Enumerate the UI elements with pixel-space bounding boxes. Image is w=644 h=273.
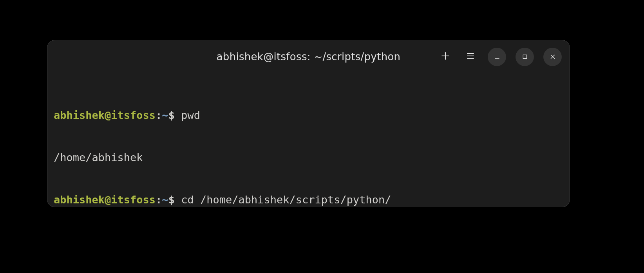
titlebar[interactable]: abhishek@itsfoss: ~/scripts/python: [47, 40, 570, 73]
maximize-button[interactable]: [516, 48, 534, 66]
maximize-icon: [522, 54, 528, 60]
prompt-sep: :: [156, 109, 162, 121]
terminal-line: abhishek@itsfoss:~$ cd /home/abhishek/sc…: [54, 193, 563, 207]
titlebar-controls: [438, 48, 562, 66]
hamburger-icon: [466, 51, 475, 62]
menu-button[interactable]: [463, 49, 478, 65]
new-tab-button[interactable]: [438, 49, 453, 65]
prompt-path: ~: [162, 109, 168, 121]
plus-icon: [440, 51, 450, 63]
close-button[interactable]: [543, 48, 562, 66]
terminal-line: abhishek@itsfoss:~$ pwd: [54, 108, 563, 122]
terminal-window: abhishek@itsfoss: ~/scripts/python: [47, 40, 570, 207]
close-icon: [549, 53, 556, 60]
prompt-path: ~: [162, 194, 168, 206]
prompt-user-host: abhishek@itsfoss: [54, 194, 156, 206]
terminal-line: /home/abhishek: [54, 151, 563, 165]
prompt-user-host: abhishek@itsfoss: [54, 109, 156, 121]
command-text: cd /home/abhishek/scripts/python/: [175, 194, 391, 206]
prompt-sigil: $: [168, 194, 175, 206]
minimize-icon: [493, 53, 501, 61]
prompt-sigil: $: [168, 109, 175, 121]
minimize-button[interactable]: [488, 48, 506, 66]
output-text: /home/abhishek: [54, 151, 143, 163]
prompt-sep: :: [156, 194, 162, 206]
terminal-body[interactable]: abhishek@itsfoss:~$ pwd /home/abhishek a…: [47, 73, 570, 207]
svg-rect-6: [523, 55, 526, 58]
command-text: pwd: [175, 109, 200, 121]
